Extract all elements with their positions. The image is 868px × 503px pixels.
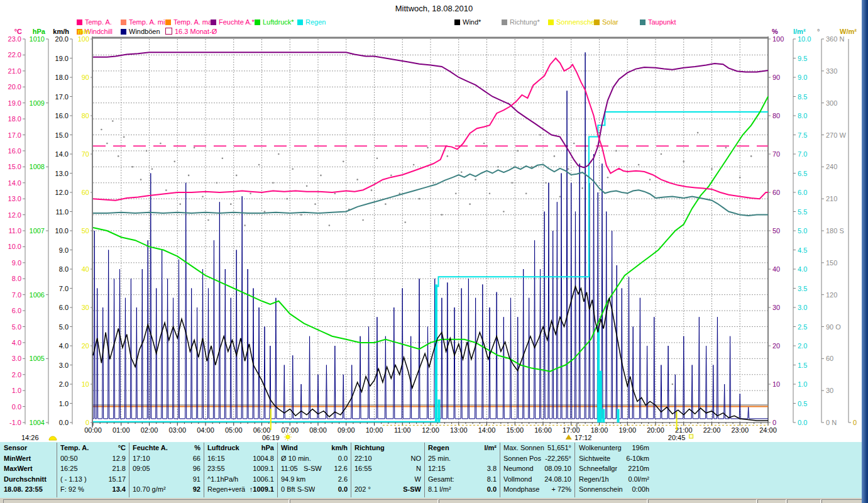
x-tick-label: 04:00 [197,426,214,434]
tick-label: 7.0 [798,150,807,158]
table-cell-value: W [354,475,421,484]
tick-label: 9.5 [798,55,807,62]
tick-label: 10.0 [8,243,21,250]
tick-label: 15.0 [8,163,21,170]
tick-label: 20.0 [8,83,21,91]
x-axis: 00:0001:0002:0003:0004:0005:0006:0007:00… [84,423,777,434]
tick-label: 2.0 [798,342,807,350]
tick-label: 19.0 [8,99,21,107]
weather-chart: 23.022.021.020.019.018.017.016.015.014.0… [0,0,868,503]
row-label: MinWert [4,454,54,463]
tick-label: 9.0 [798,74,807,81]
x-tick-label: 09:00 [338,426,355,434]
tick-label: 1.5 [798,362,807,369]
table-cell-value: 12.9 [60,454,126,463]
tick-label: 5.0 [798,227,807,235]
tick-label: 90 [82,74,89,81]
tick-label: 5.5 [798,208,807,216]
info-value: -22,265° [503,454,571,463]
table-cell-value: 96 [133,464,201,473]
tick-label: 1.0 [12,387,21,394]
tick-label: 20 [82,342,89,350]
tick-label: 4.0 [798,265,807,273]
table-header: Richtung [354,443,385,453]
tick-label: 11.0 [8,227,21,235]
tick-label: 2.0 [12,371,21,379]
tick-label: 13.0 [55,170,69,177]
tick-label: 60 [82,189,89,196]
table-cell-value: 0.0 [281,485,348,494]
tick-label: 6.0 [12,307,21,314]
axis-humidity: 1009080706050403020100% [768,28,784,426]
info-value: 2210m [579,464,649,473]
tick-label: 23.0 [8,35,21,43]
tick-label: 0.0 [59,419,69,426]
status-bar-segment [439,499,647,503]
x-tick-label: 10:00 [366,426,383,434]
table-cell-value: 12.6 [281,464,348,473]
tick-label: 30 [772,304,780,311]
x-tick-label: 01:00 [113,426,130,434]
axis-temp: 23.022.021.020.019.018.017.016.015.014.0… [8,28,25,426]
table-cell-value: 15.17 [60,475,126,484]
x-tick-label: 19:00 [618,426,636,434]
table-cell-value: 1004.8 [207,454,274,463]
tick-label: 3.0 [12,355,21,362]
tick-label: 30 [82,304,89,311]
axis-pressure: 1010100910081007100610051004hPa [30,28,48,426]
column-separator [424,443,425,497]
tick-label: 21.0 [8,67,21,75]
tick-label: 12.0 [55,189,69,196]
status-bar-segment [648,499,757,503]
tick-label: 30 [826,387,833,394]
tick-label: 12.0 [8,211,21,219]
tick-label: 0.0 [12,403,21,411]
tick-label: 20.0 [55,35,69,43]
sunset-icon [689,434,693,438]
column-separator [574,443,575,497]
table-cell-value: N [354,464,421,473]
x-tick-label: 15:00 [506,426,524,434]
tick-label: 10.0 [798,35,811,43]
column-separator [351,443,351,497]
axis-direction: 360 N330300270 W240210180 S15012090 O603… [817,28,846,426]
tick-label: 6.0 [59,304,69,311]
tick-label: 120 [826,291,837,299]
rain-event-icon [566,434,572,439]
tick-label: 1.0 [798,380,807,388]
tick-label: 0.5 [798,400,807,407]
info-value: 6-10km [579,454,649,463]
column-separator [204,443,204,497]
window-right-border [862,0,868,503]
table-cell-value: ↑1009.1 [207,485,274,494]
status-bar-segment [3,499,289,503]
tick-label: 1008 [30,163,45,170]
status-bar-segment [757,499,786,503]
tick-label: 11.0 [55,208,69,216]
tick-label: 8.0 [798,112,807,119]
tick-label: 14.0 [8,179,21,187]
tick-label: 80 [772,112,780,119]
table-cell-value: 0.0 [281,454,348,463]
tick-label: 5.0 [12,323,21,331]
column-separator [57,443,57,497]
axis-wind: 20.019.018.017.016.015.014.013.012.011.0… [53,28,72,426]
tick-label: 18.0 [8,115,21,123]
tick-label: 330 [826,67,837,75]
tick-label: 4.0 [59,342,69,350]
tick-label: 1005 [30,355,45,362]
axis-rain: 10.09.59.08.58.07.57.06.56.05.55.04.54.0… [793,28,811,426]
tick-label: 0.0 [798,419,807,426]
info-value: 0:00h [579,485,649,494]
tick-label: 7.0 [59,285,69,292]
moonrise-icon [49,436,57,440]
x-tick-label: 23:00 [731,426,749,434]
row-label: 18.08. 23:55 [4,485,54,494]
table-cell-value: 1009.1 [207,464,274,473]
tick-label: 14.0 [55,150,69,158]
tick-label: 17.0 [8,131,21,139]
axis-header-temp: °C [14,28,22,35]
series-regen-bars [435,284,620,423]
table-cell-value: 13.4 [60,485,126,494]
table-cell-value: 0.0 [428,485,497,494]
